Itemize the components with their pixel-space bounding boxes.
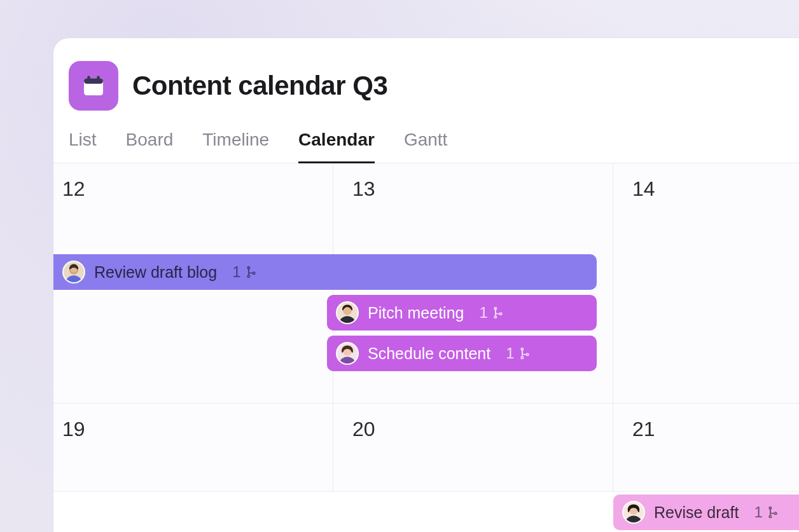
- tab-calendar[interactable]: Calendar: [298, 130, 375, 163]
- project-panel: Content calendar Q3 List Board Timeline …: [53, 38, 799, 532]
- subtask-badge: 1: [479, 304, 504, 322]
- day-number: 19: [62, 418, 85, 441]
- project-title: Content calendar Q3: [132, 71, 387, 101]
- subtask-badge: 1: [232, 263, 257, 281]
- event-pitch-meeting[interactable]: Pitch meeting 1: [327, 295, 597, 331]
- day-number: 12: [62, 177, 85, 201]
- subtask-count: 1: [506, 344, 514, 362]
- subtask-icon: [492, 306, 504, 319]
- svg-point-13: [499, 313, 501, 315]
- project-calendar-icon: [69, 61, 118, 111]
- calendar-cell[interactable]: 19: [53, 404, 333, 492]
- svg-point-20: [626, 515, 641, 522]
- subtask-badge: 1: [506, 344, 531, 362]
- subtask-icon: [245, 266, 258, 278]
- calendar-cell[interactable]: 14: [613, 163, 799, 404]
- svg-rect-3: [97, 76, 99, 81]
- day-number: 21: [632, 418, 655, 441]
- subtask-icon: [767, 506, 779, 519]
- subtask-count: 1: [754, 503, 762, 521]
- svg-point-10: [340, 316, 354, 323]
- svg-point-18: [526, 353, 528, 355]
- event-title: Revise draft: [654, 503, 739, 522]
- subtask-badge: 1: [754, 503, 779, 521]
- svg-point-5: [66, 275, 81, 282]
- svg-rect-2: [87, 76, 90, 81]
- view-tabs: List Board Timeline Calendar Gantt: [53, 111, 799, 163]
- day-number: 14: [632, 177, 655, 201]
- avatar: [622, 501, 645, 524]
- tab-list[interactable]: List: [69, 130, 97, 163]
- day-number: 20: [352, 418, 375, 441]
- event-review-draft-blog[interactable]: Review draft blog 1: [53, 254, 597, 290]
- svg-point-23: [774, 512, 776, 514]
- subtask-icon: [518, 347, 531, 360]
- subtask-count: 1: [232, 263, 240, 281]
- calendar-cell[interactable]: 20: [333, 404, 613, 492]
- day-number: 13: [352, 177, 375, 201]
- svg-point-15: [340, 357, 354, 364]
- calendar-cell[interactable]: 21: [613, 404, 799, 492]
- svg-rect-1: [84, 78, 103, 83]
- avatar: [336, 342, 359, 365]
- tab-board[interactable]: Board: [126, 130, 174, 163]
- event-revise-draft[interactable]: Revise draft 1: [613, 494, 799, 530]
- tab-gantt[interactable]: Gantt: [404, 130, 447, 163]
- event-schedule-content[interactable]: Schedule content 1: [327, 336, 597, 371]
- avatar: [336, 301, 359, 324]
- calendar-icon: [81, 73, 106, 99]
- event-title: Review draft blog: [94, 263, 217, 282]
- event-title: Schedule content: [368, 344, 490, 363]
- event-title: Pitch meeting: [368, 304, 464, 322]
- svg-point-8: [253, 272, 254, 274]
- tab-timeline[interactable]: Timeline: [202, 130, 269, 163]
- avatar: [62, 261, 85, 283]
- subtask-count: 1: [479, 304, 487, 322]
- project-header: Content calendar Q3: [53, 38, 799, 111]
